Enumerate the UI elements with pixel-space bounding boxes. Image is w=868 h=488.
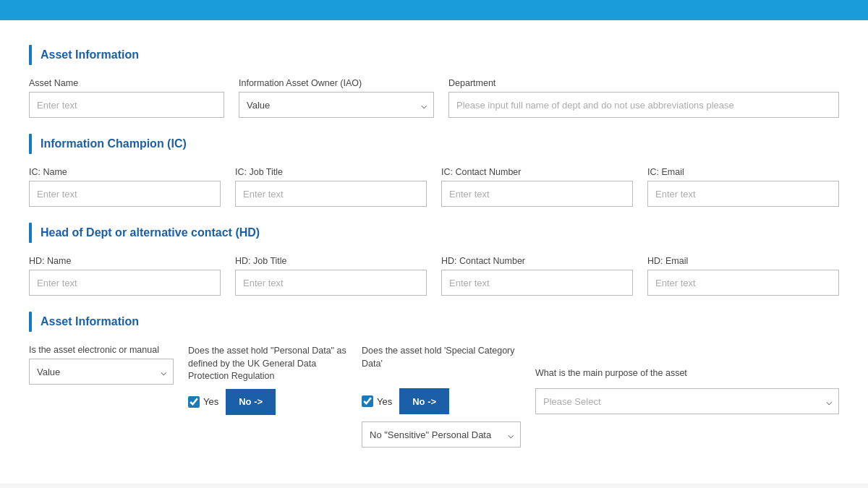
ic-email-label: IC: Email [647,167,839,177]
personal-data-no-button[interactable]: No -> [226,389,276,415]
department-input[interactable] [448,92,839,118]
asset-information-2-header: Asset Information [29,312,839,332]
main-purpose-group: What is the main purpose of the asset Pl… [535,345,839,414]
department-label: Department [448,78,839,88]
hd-email-input[interactable] [647,270,839,296]
asset-name-input[interactable] [29,92,224,118]
ic-email-group: IC: Email [647,167,839,207]
asset-name-group: Asset Name [29,78,224,118]
hd-job-title-group: HD: Job Title [235,256,427,296]
asset-info-row: Asset Name Information Asset Owner (IAO)… [29,78,839,118]
top-bar [0,0,868,20]
ic-job-title-input[interactable] [235,181,427,207]
ic-name-label: IC: Name [29,167,221,177]
ic-header: Information Champion (IC) [29,134,839,154]
ic-title: Information Champion (IC) [41,137,187,150]
ic-row: IC: Name IC: Job Title IC: Contact Numbe… [29,167,839,207]
personal-data-checkbox-label: Yes [188,396,218,408]
hd-email-label: HD: Email [647,256,839,266]
iao-select-wrapper: Value Option 1 Option 2 ⌵ [239,92,434,118]
hd-name-label: HD: Name [29,256,221,266]
asset-information-1-title: Asset Information [41,48,139,61]
hd-row: HD: Name HD: Job Title HD: Contact Numbe… [29,256,839,296]
hd-job-title-input[interactable] [235,270,427,296]
ic-contact-number-group: IC: Contact Number [441,167,633,207]
iao-label: Information Asset Owner (IAO) [239,78,434,88]
special-data-sub-select-wrapper: No "Sensitive" Personal Data Option 1 Op… [362,421,521,448]
main-purpose-label: What is the main purpose of the asset [535,345,839,382]
personal-data-group: Does the asset hold "Personal Data" as d… [188,345,347,415]
asset-info-2-row: Is the asset electronic or manual Value … [29,345,839,448]
iao-select[interactable]: Value Option 1 Option 2 [239,92,434,118]
ic-contact-number-label: IC: Contact Number [441,167,633,177]
section-bar-1 [29,45,32,65]
electronic-manual-select-wrapper: Value Electronic Manual ⌵ [29,359,174,385]
special-category-no-button[interactable]: No -> [399,388,449,414]
section-bar-4 [29,312,32,332]
electronic-manual-label: Is the asset electronic or manual [29,345,174,355]
asset-information-2-title: Asset Information [41,315,139,328]
special-category-group: Does the asset hold 'Special Category Da… [362,345,521,448]
electronic-manual-group: Is the asset electronic or manual Value … [29,345,174,385]
electronic-manual-select[interactable]: Value Electronic Manual [29,359,174,385]
hd-job-title-label: HD: Job Title [235,256,427,266]
iao-group: Information Asset Owner (IAO) Value Opti… [239,78,434,118]
hd-email-group: HD: Email [647,256,839,296]
ic-job-title-group: IC: Job Title [235,167,427,207]
main-purpose-select-wrapper: Please Select Option 1 Option 2 ⌵ [535,388,839,414]
ic-job-title-label: IC: Job Title [235,167,427,177]
personal-data-yes-text: Yes [203,396,218,407]
special-category-checkbox-label: Yes [362,395,392,407]
hd-contact-number-input[interactable] [441,270,633,296]
special-data-sub-select[interactable]: No "Sensitive" Personal Data Option 1 Op… [362,421,521,448]
personal-data-checkbox[interactable] [188,396,200,408]
hd-header: Head of Dept or alternative contact (HD) [29,223,839,243]
special-category-label: Does the asset hold 'Special Category Da… [362,345,521,382]
special-category-yes-text: Yes [377,396,392,407]
hd-name-input[interactable] [29,270,221,296]
special-category-yes-no-row: Yes No -> [362,388,521,414]
section-bar-3 [29,223,32,243]
ic-name-group: IC: Name [29,167,221,207]
hd-title: Head of Dept or alternative contact (HD) [41,226,260,239]
ic-contact-number-input[interactable] [441,181,633,207]
special-category-checkbox[interactable] [362,395,373,407]
hd-contact-number-label: HD: Contact Number [441,256,633,266]
ic-email-input[interactable] [647,181,839,207]
ic-name-input[interactable] [29,181,221,207]
asset-name-label: Asset Name [29,78,224,88]
personal-data-label: Does the asset hold "Personal Data" as d… [188,345,347,383]
personal-data-yes-no-row: Yes No -> [188,389,347,415]
section-bar-2 [29,134,32,154]
special-data-sub-group: No "Sensitive" Personal Data Option 1 Op… [362,421,521,448]
department-group: Department [448,78,839,118]
main-purpose-select[interactable]: Please Select Option 1 Option 2 [535,388,839,414]
asset-information-1-header: Asset Information [29,45,839,65]
hd-contact-number-group: HD: Contact Number [441,256,633,296]
hd-name-group: HD: Name [29,256,221,296]
